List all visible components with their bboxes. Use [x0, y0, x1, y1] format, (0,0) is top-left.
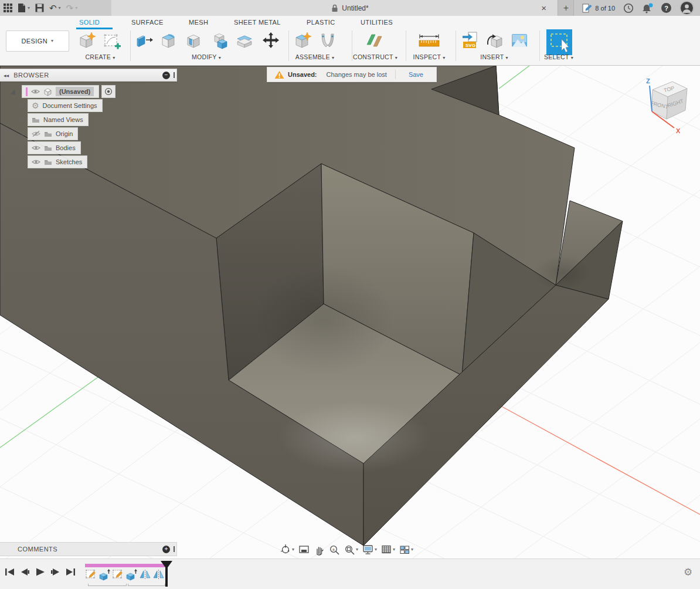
timeline-extrude-icon[interactable]: [98, 568, 111, 581]
insert-svg-icon[interactable]: SVG: [462, 32, 480, 49]
comments-panel-header[interactable]: COMMENTS +: [0, 542, 177, 556]
insert-canvas-icon[interactable]: [511, 32, 528, 49]
browser-resize-handle[interactable]: [174, 72, 175, 78]
orbit-icon: [280, 544, 291, 556]
create-sketch-icon[interactable]: [103, 32, 121, 49]
origin-item[interactable]: Origin: [28, 127, 78, 140]
grid-settings-tool[interactable]: ▾: [381, 544, 395, 555]
expander-icon[interactable]: ▷: [19, 103, 28, 109]
collapse-panel-icon[interactable]: ◀◀: [4, 73, 9, 77]
browser-panel-header[interactable]: ◀◀ BROWSER −: [0, 69, 177, 82]
document-settings-item[interactable]: ⚙ Document Settings: [28, 99, 103, 112]
display-settings-tool[interactable]: ▾: [362, 544, 377, 556]
browser-minimize-icon[interactable]: −: [162, 72, 170, 79]
comments-resize-handle[interactable]: [174, 546, 175, 552]
go-to-end-icon[interactable]: [66, 567, 76, 577]
tab-surface[interactable]: SURFACE: [131, 19, 164, 26]
press-pull-icon[interactable]: [135, 32, 153, 49]
user-avatar[interactable]: [679, 1, 694, 15]
timeline-mirror-icon[interactable]: [139, 568, 151, 581]
expander-icon[interactable]: ▷: [19, 159, 28, 165]
pan-hand-icon[interactable]: [314, 544, 325, 556]
notification-bell-icon[interactable]: [642, 3, 653, 13]
help-button[interactable]: ?: [661, 3, 671, 13]
tree-row-named-views[interactable]: ▷ Named Views: [0, 113, 176, 127]
play-icon[interactable]: [35, 567, 45, 577]
viewports-tool[interactable]: ▾: [399, 544, 413, 555]
fillet-icon[interactable]: [161, 32, 178, 49]
tab-sheet-metal[interactable]: SHEET METAL: [234, 19, 281, 26]
create-group-label[interactable]: CREATE ▾: [68, 53, 132, 60]
redo-button[interactable]: ↷▾: [66, 4, 78, 12]
expander-icon[interactable]: ▷: [19, 117, 28, 123]
close-document-button[interactable]: ×: [541, 0, 546, 16]
timeline-group-bracket: [128, 584, 165, 586]
construct-plane-icon[interactable]: [366, 32, 383, 49]
tab-plastic[interactable]: PLASTIC: [307, 19, 335, 26]
look-at-icon[interactable]: [298, 544, 310, 555]
save-icon[interactable]: [35, 4, 44, 12]
go-to-start-icon[interactable]: [5, 567, 15, 577]
tab-mesh[interactable]: MESH: [189, 19, 208, 26]
tree-row-sketches[interactable]: ▷ Sketches: [0, 155, 176, 169]
activate-component-radio[interactable]: [101, 85, 115, 98]
root-component-label[interactable]: (Unsaved): [56, 87, 94, 96]
sketches-item[interactable]: Sketches: [28, 155, 87, 168]
insert-group-label[interactable]: INSERT ▾: [462, 53, 526, 60]
combine-icon[interactable]: [211, 32, 229, 49]
named-views-item[interactable]: Named Views: [28, 113, 89, 126]
expander-icon[interactable]: ▷: [19, 145, 28, 151]
joint-icon[interactable]: [319, 32, 337, 49]
file-menu-button[interactable]: ▾: [18, 3, 30, 13]
expander-icon[interactable]: ▷: [19, 131, 28, 137]
add-comment-icon[interactable]: +: [162, 546, 170, 553]
warnbar-divider: [395, 70, 396, 79]
timeline-sketch-icon[interactable]: [112, 568, 124, 581]
orbit-tool[interactable]: ▾: [280, 544, 294, 556]
document-settings-label: Document Settings: [43, 102, 97, 109]
step-back-icon[interactable]: [20, 567, 30, 577]
move-icon[interactable]: [262, 32, 280, 49]
step-forward-icon[interactable]: [50, 567, 60, 577]
select-icon[interactable]: [546, 29, 572, 55]
job-status-button[interactable]: 8 of 10: [582, 4, 615, 13]
shell-icon[interactable]: [186, 32, 203, 49]
assemble-group-label[interactable]: ASSEMBLE ▾: [283, 53, 347, 60]
tree-row-document-settings[interactable]: ▷ ⚙ Document Settings: [0, 99, 176, 113]
bodies-item[interactable]: Bodies: [28, 141, 81, 154]
new-body-icon[interactable]: [79, 32, 96, 49]
inspect-group-label[interactable]: INSPECT ▾: [397, 53, 461, 60]
timeline-sketch-icon[interactable]: [85, 568, 97, 581]
view-cube[interactable]: TOP FRONT RIGHT Z X: [639, 74, 700, 137]
insert-derive-icon[interactable]: [486, 32, 504, 49]
clock-icon[interactable]: [623, 3, 634, 13]
new-component-icon[interactable]: [294, 32, 312, 49]
timeline-settings-gear-icon[interactable]: ⚙: [684, 566, 692, 578]
visibility-eye-icon[interactable]: [31, 89, 40, 94]
tree-row-bodies[interactable]: ▷ Bodies: [0, 141, 176, 155]
tree-row-root[interactable]: (Unsaved): [0, 84, 176, 99]
zoom-icon[interactable]: ±: [329, 544, 340, 556]
visibility-eye-icon[interactable]: [32, 145, 40, 151]
undo-button[interactable]: ↶▾: [49, 4, 61, 12]
measure-icon[interactable]: [417, 33, 441, 49]
offset-face-icon[interactable]: [236, 32, 254, 49]
zoom-window-tool[interactable]: ▾: [344, 544, 358, 556]
visibility-off-icon[interactable]: [32, 130, 40, 137]
app-grid-icon[interactable]: [4, 4, 12, 12]
tab-utilities[interactable]: UTILITIES: [361, 19, 393, 26]
tab-solid[interactable]: SOLID: [79, 19, 100, 26]
app-bar: ▾ ↶▾ ↷▾ Untitled* × +: [0, 0, 700, 16]
visibility-eye-icon[interactable]: [32, 159, 40, 165]
timeline-extrude-icon[interactable]: [125, 568, 138, 581]
modify-group-label[interactable]: MODIFY ▾: [174, 53, 239, 60]
tree-row-origin[interactable]: ▷ Origin: [0, 127, 176, 141]
root-component-item[interactable]: (Unsaved): [22, 85, 99, 98]
component-cube-icon: [43, 87, 52, 96]
save-button[interactable]: Save: [409, 71, 423, 78]
design-workspace-selector[interactable]: DESIGN▾: [6, 31, 69, 52]
new-document-tab-button[interactable]: +: [558, 0, 574, 16]
timeline-selection-bar: [85, 564, 165, 567]
select-group-label[interactable]: SELECT ▾: [526, 53, 591, 60]
expander-open-icon[interactable]: [9, 89, 16, 95]
